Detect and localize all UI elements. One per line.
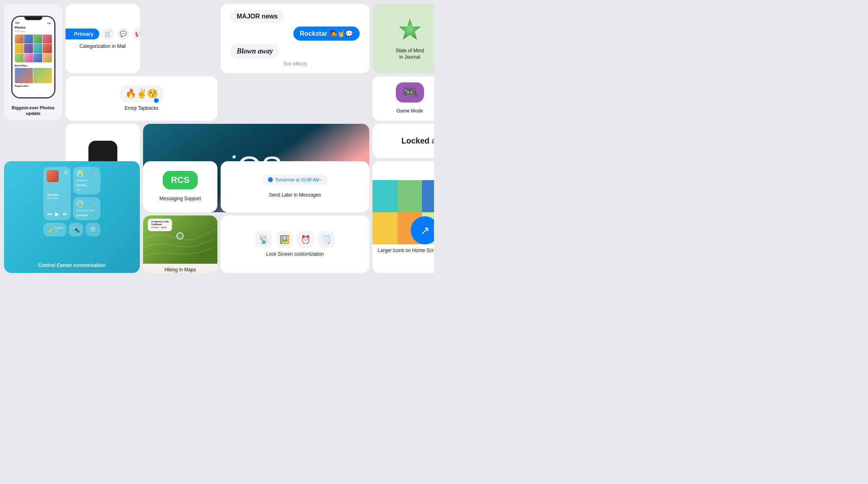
artist-name: Dua Lipa [47, 197, 68, 199]
send-later-caption: Send Later in Messages [269, 192, 321, 199]
photos-count: 8,342 Items [15, 30, 52, 33]
mail-message-tab[interactable]: 💬 [117, 27, 130, 40]
photo-cell [24, 35, 33, 43]
gamepad-icon: 🎮 [396, 82, 424, 103]
mail-caption: Categorization in Mail [80, 43, 126, 50]
maps-larger-icons-card: ↗ Larger icons on Home Screen [373, 161, 434, 273]
mail-primary-tab[interactable]: 👤 Primary [66, 29, 99, 39]
topo-lines [143, 215, 217, 264]
game-mode-caption: Game Mode [396, 108, 423, 115]
prev-icon[interactable]: ⏮ [47, 211, 52, 217]
music-header: ⊞ [47, 170, 68, 182]
text-effects-caption: Text effects [283, 61, 307, 68]
locked-word: Locked [401, 136, 430, 145]
photo-cell [24, 53, 33, 62]
focus-label: Focus ☽ [54, 226, 63, 233]
recent-thumb [15, 68, 33, 83]
moon-icon: 🌙 [47, 227, 53, 232]
lock-header: 🔒 − [76, 200, 97, 207]
song-title: Illusion [47, 193, 68, 197]
recent-thumbs [15, 68, 52, 83]
rcs-label: RCS [171, 175, 189, 185]
music-info: Illusion Dua Lipa [47, 193, 68, 199]
mail-primary-label: Primary [74, 31, 93, 37]
mail-promo-tab[interactable]: 📢 [132, 27, 140, 40]
timer-tile: ⏱ [86, 223, 100, 236]
photo-cell [43, 53, 51, 62]
state-star-icon [396, 16, 424, 45]
photo-cell [24, 44, 33, 53]
state-of-mind-card: State of Mind in Journal [373, 4, 434, 73]
torch-tile: 🔦 [69, 223, 83, 236]
photo-cell [33, 35, 42, 43]
map-seg-blue [422, 180, 434, 212]
control-content: 💡 − Entrance Overh... Off ⊞ Illusion [38, 161, 106, 259]
ls-icon-3: ⏰ [297, 231, 314, 248]
control-caption: Control Center customization [33, 259, 111, 273]
timer-icon: ⏱ [90, 226, 96, 233]
emoji-bubble: 🔥✌️😚 [120, 85, 164, 102]
next-icon[interactable]: ⏭ [63, 211, 68, 217]
torch-icon: 🔦 [73, 226, 80, 233]
larger-icons-caption: Larger icons on Home Screen [378, 248, 434, 254]
photo-cell [33, 44, 42, 53]
music-tile: ⊞ Illusion Dua Lipa ⏮ ▶ ⏭ [43, 167, 71, 220]
messages-card: MAJOR news Rockstar 🧑‍🎤🤘💬 Blown away Tex… [221, 4, 369, 73]
light-label: Entrance [76, 179, 97, 182]
rcs-card: RCS Messaging Support [143, 161, 217, 212]
locked-hidden-card: Locked and Hidden apps [373, 124, 434, 158]
ls-icon-4: 🗒️ [318, 231, 335, 248]
map-seg-green [397, 180, 422, 212]
rcs-bubble: RCS [163, 171, 197, 189]
light-icon: 💡 [76, 170, 84, 177]
blown-away-bubble: Blown away [230, 44, 280, 59]
mail-card: 👤 Primary 🛒 💬 📢 Categorization in Mail [66, 4, 140, 73]
photo-cell [43, 44, 51, 53]
light-value: Overh... [76, 183, 97, 187]
minus-icon: − [94, 170, 97, 177]
blown-text: Blown away [237, 47, 273, 55]
send-later-pill: Tomorrow at 10:00 AM › [262, 174, 328, 185]
locked-hidden-text: Locked and Hidden apps [401, 136, 434, 146]
photo-cell [15, 44, 24, 53]
photos-title: Photos [15, 26, 52, 29]
photos-grid [15, 35, 52, 62]
time-label: 9:41 [16, 22, 20, 24]
lock-tile: 🔒 − Entrance Door Locked [73, 197, 100, 220]
phone-notch [24, 17, 42, 20]
recent-label: Recent Days › [15, 64, 52, 67]
mail-tabs: 👤 Primary 🛒 💬 📢 [66, 27, 140, 40]
light-header: 💡 − [76, 170, 97, 177]
lockscreen-icons-row: 📡 🖼️ ⏰ 🗒️ [255, 231, 335, 248]
recent-section: Recent Days › People & Pets › [15, 64, 52, 87]
emoji-bubble-row: 🔥✌️😚 [120, 85, 164, 102]
mail-cart-tab[interactable]: 🛒 [102, 27, 115, 40]
phone-screen: 9:41 ●●● Photos 8,342 Items [12, 17, 54, 97]
light-status: Off [76, 189, 97, 191]
send-later-card: Tomorrow at 10:00 AM › Send Later in Mes… [221, 161, 369, 212]
control-bottom-row: 🌙 Focus ☽ 🔦 ⏱ [43, 223, 100, 236]
map-seg-teal [373, 180, 397, 212]
light-tile: 💡 − Entrance Overh... Off [73, 167, 100, 195]
control-top-grid: 💡 − Entrance Overh... Off ⊞ Illusion [43, 167, 100, 220]
emoji-caption: Emoji Tapbacks [125, 105, 158, 112]
photo-cell [15, 53, 24, 62]
emoji-display: 🔥✌️😚 [125, 88, 158, 99]
photo-cell [15, 35, 24, 43]
send-later-time: Tomorrow at 10:00 AM › [275, 177, 322, 182]
state-caption: State of Mind in Journal [395, 48, 424, 60]
sendlater-dot-icon [268, 177, 273, 182]
hiking-map: Congress LoopTrailheadSTART→END 📍 [143, 215, 217, 264]
hiking-card: Congress LoopTrailheadSTART→END 📍 Hiking… [143, 215, 217, 273]
lock-screen-card: 📡 🖼️ ⏰ 🗒️ Lock Screen customization [221, 215, 369, 273]
photo-cell [33, 53, 42, 62]
messages-bubbles: MAJOR news Rockstar 🧑‍🎤🤘💬 Blown away [226, 10, 364, 59]
game-mode-card: 🎮 Game Mode [373, 76, 434, 121]
play-icon[interactable]: ▶ [55, 211, 59, 217]
phone-mockup: 9:41 ●●● Photos 8,342 Items [11, 16, 55, 98]
photo-cell [43, 35, 51, 43]
major-news-bubble: MAJOR news [230, 10, 284, 23]
lock-value: Locked [76, 213, 97, 217]
music-controls: ⏮ ▶ ⏭ [47, 211, 68, 217]
hiking-caption: Hiking in Maps [164, 267, 196, 273]
